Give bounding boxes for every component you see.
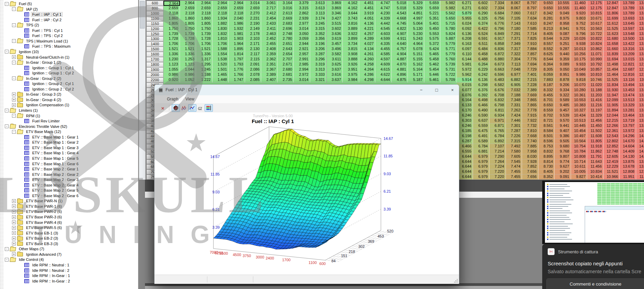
table-cell[interactable]: 6.892 bbox=[489, 139, 506, 144]
row-header-rpm[interactable]: 1600 bbox=[146, 52, 163, 57]
table-cell[interactable]: 2.117 bbox=[245, 52, 262, 57]
expand-icon[interactable]: + bbox=[12, 210, 16, 214]
table-cell[interactable]: 6.491 bbox=[473, 134, 489, 139]
table-cell[interactable]: 2.362 bbox=[261, 57, 278, 62]
table-cell[interactable]: 13.281 bbox=[636, 108, 644, 113]
table-cell[interactable]: 7.865 bbox=[522, 98, 538, 103]
table-cell[interactable]: 7.105 bbox=[506, 16, 522, 21]
table-cell[interactable]: 1.253 bbox=[180, 57, 196, 62]
table-cell[interactable]: 5.553 bbox=[424, 32, 441, 37]
table-cell[interactable]: 6.466 bbox=[473, 103, 489, 108]
table-cell[interactable]: 6.871 bbox=[489, 123, 506, 129]
table-cell[interactable]: 2.643 bbox=[278, 47, 294, 52]
table-cell[interactable]: 5.018 bbox=[392, 6, 408, 11]
table-cell[interactable]: 1.230 bbox=[163, 57, 180, 62]
table-cell[interactable]: 6.392 bbox=[473, 93, 489, 98]
tree-item-label[interactable]: Fuel :: TPS : Cyl 1 bbox=[31, 28, 64, 33]
table-cell[interactable]: 12.821 bbox=[620, 62, 636, 67]
row-header-rpm[interactable]: 1000 bbox=[146, 11, 163, 16]
table-cell[interactable]: 11.494 bbox=[604, 67, 620, 72]
table-cell[interactable]: 7.580 bbox=[506, 149, 522, 154]
tree-item-label[interactable]: ETV Base PWR-1 (6) bbox=[25, 204, 63, 209]
tree-item-label[interactable]: ETV Base PWR-3 (6) bbox=[25, 215, 63, 219]
tree-item-label[interactable]: Fuel (5) bbox=[17, 1, 33, 6]
table-cell[interactable]: 2.659 bbox=[229, 6, 245, 11]
table-cell[interactable]: 1.188 bbox=[196, 72, 212, 77]
table-cell[interactable]: 9.089 bbox=[555, 62, 571, 67]
table-cell[interactable]: 1.797 bbox=[229, 57, 245, 62]
table-cell[interactable]: 6.979 bbox=[473, 164, 489, 169]
table-cell[interactable]: 1.521 bbox=[180, 47, 196, 52]
table-cell[interactable]: 2.359 bbox=[261, 52, 278, 57]
table-cell[interactable]: 6.644 bbox=[457, 159, 473, 165]
table-cell[interactable]: 9.440 bbox=[555, 52, 571, 57]
table-cell[interactable]: 10.808 bbox=[571, 154, 587, 159]
table-cell[interactable]: 2.696 bbox=[278, 26, 294, 32]
table-cell[interactable]: 11.020 bbox=[587, 83, 604, 88]
table-cell[interactable]: 11.805 bbox=[587, 139, 604, 144]
tree-item[interactable]: Ignition :: Group 2 : Cyl 1 bbox=[19, 81, 75, 86]
table-cell[interactable]: 3.919 bbox=[359, 11, 376, 16]
table-cell[interactable]: 9.505 bbox=[555, 139, 571, 144]
table-cell[interactable]: 6.458 bbox=[473, 52, 489, 57]
table-cell[interactable]: 6.979 bbox=[473, 174, 489, 180]
table-cell[interactable]: 13.797 bbox=[636, 123, 644, 129]
table-cell[interactable]: 13.789 bbox=[636, 1, 644, 6]
tree-item-label[interactable]: ETV Base PWR-N (1) bbox=[25, 198, 64, 203]
table-cell[interactable]: 6.170 bbox=[457, 108, 473, 113]
table-cell[interactable]: 9.803 bbox=[571, 16, 587, 21]
table-cell[interactable]: 1.860 bbox=[163, 16, 180, 21]
table-cell[interactable]: 6.185 bbox=[457, 129, 473, 134]
table-cell[interactable]: 4.257 bbox=[359, 32, 376, 37]
tree-item[interactable]: +Ignition Advanced (7) bbox=[12, 252, 63, 257]
table-cell[interactable]: 11.612 bbox=[604, 21, 620, 26]
table-cell[interactable]: 1.538 bbox=[212, 57, 229, 62]
tree-item-label[interactable]: IAP (2) bbox=[25, 7, 39, 12]
table-cell[interactable]: 6.144 bbox=[457, 57, 473, 62]
table-cell[interactable]: 6.325 bbox=[473, 16, 489, 21]
table-cell[interactable]: 7.220 bbox=[489, 169, 506, 174]
table-cell[interactable]: 6.591 bbox=[473, 36, 489, 41]
table-cell[interactable]: 9.680 bbox=[555, 144, 571, 149]
table-cell[interactable]: 1.706 bbox=[163, 41, 180, 47]
table-cell[interactable]: 6.466 bbox=[457, 144, 473, 149]
table-cell[interactable]: 13.015 bbox=[620, 57, 636, 62]
table-cell[interactable]: 7.334 bbox=[489, 1, 506, 6]
table-cell[interactable]: 2.351 bbox=[261, 62, 278, 67]
table-cell[interactable]: 9.752 bbox=[571, 21, 587, 26]
tree-item[interactable]: ETV :: Base Map 1 : Gear 3 bbox=[19, 145, 80, 150]
tree-item[interactable]: ETV :: Base Map 1 : Gear 5 bbox=[19, 156, 80, 161]
table-cell[interactable]: 7.852 bbox=[522, 164, 538, 169]
table-cell[interactable]: 6.208 bbox=[457, 36, 473, 41]
table-cell[interactable]: 6.133 bbox=[457, 103, 473, 108]
row-header-rpm[interactable]: 800 bbox=[146, 6, 163, 11]
table-cell[interactable]: 13.281 bbox=[620, 108, 636, 113]
table-cell[interactable]: 13.116 bbox=[620, 77, 636, 83]
table-cell[interactable]: 1.728 bbox=[196, 36, 212, 41]
table-cell[interactable]: 5.650 bbox=[440, 16, 457, 21]
table-cell[interactable]: 8.067 bbox=[506, 1, 522, 6]
table-cell[interactable]: 8.332 bbox=[538, 88, 555, 93]
tree-item[interactable]: -Electronic Throttle Valve (52) bbox=[5, 124, 69, 129]
table-cell[interactable]: 3.975 bbox=[343, 72, 359, 77]
table-cell[interactable]: 10.454 bbox=[571, 129, 587, 134]
table-cell[interactable]: 2.412 bbox=[261, 11, 278, 16]
table-cell[interactable]: 7.922 bbox=[522, 118, 538, 123]
table-cell[interactable]: 5.130 bbox=[408, 26, 424, 32]
tree-item-label[interactable]: ETV :: Base Map 2 : Gear 4 bbox=[31, 183, 80, 188]
table-cell[interactable]: 2.091 bbox=[245, 62, 262, 67]
table-cell[interactable]: 9.457 bbox=[555, 108, 571, 113]
table-cell[interactable]: 4.822 bbox=[392, 26, 408, 32]
table-cell[interactable]: 3.016 bbox=[278, 6, 294, 11]
table-cell[interactable]: 12.175 bbox=[587, 1, 604, 6]
tree-item[interactable]: -RPM (1) bbox=[12, 113, 41, 119]
table-cell[interactable]: 4.609 bbox=[375, 62, 392, 67]
table-cell[interactable]: 13.015 bbox=[636, 57, 644, 62]
table-cell[interactable]: 6.880 bbox=[489, 57, 506, 62]
expand-icon[interactable]: + bbox=[12, 215, 16, 219]
table-cell[interactable]: 9.485 bbox=[555, 103, 571, 108]
table-cell[interactable]: 1.805 bbox=[180, 21, 196, 26]
table-cell[interactable]: 3.014 bbox=[294, 77, 310, 83]
table-cell[interactable]: 6.498 bbox=[473, 98, 489, 103]
table-cell[interactable]: 4.289 bbox=[359, 36, 376, 41]
